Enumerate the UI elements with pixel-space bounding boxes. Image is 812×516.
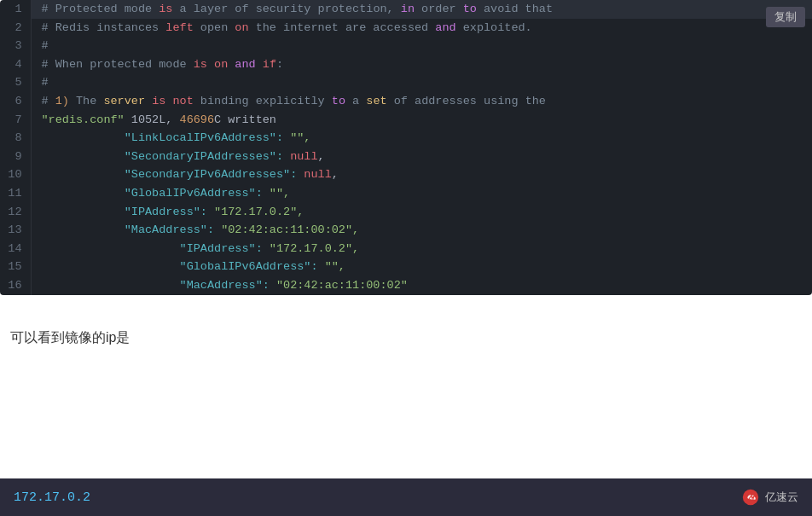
bottom-ip: 172.17.0.2: [14, 490, 90, 505]
brand-icon: [741, 488, 760, 507]
line-number: 14: [0, 240, 31, 258]
table-row: 8 "LinkLocalIPv6Address": "",: [0, 129, 812, 148]
line-content: "MacAddress": "02:42:ac:11:00:02": [31, 276, 812, 295]
code-table: 1# Protected mode is a layer of security…: [0, 0, 812, 295]
line-number: 12: [0, 203, 31, 222]
line-content: "IPAddress": "172.17.0.2",: [31, 203, 812, 222]
line-number: 6: [0, 92, 31, 111]
line-content: "GlobalIPv6Address": "",: [31, 184, 812, 203]
line-number: 8: [0, 129, 31, 148]
line-number: 3: [0, 37, 31, 55]
line-content: "GlobalIPv6Address": "",: [31, 258, 812, 276]
line-content: "redis.conf" 1052L, 46696C written: [31, 111, 812, 130]
line-number: 2: [0, 19, 31, 38]
table-row: 11 "GlobalIPv6Address": "",: [0, 184, 812, 203]
table-row: 6# 1) The server is not binding explicit…: [0, 92, 812, 111]
line-number: 9: [0, 148, 31, 166]
table-row: 7"redis.conf" 1052L, 46696C written: [0, 111, 812, 130]
line-content: # Protected mode is a layer of security …: [31, 0, 812, 19]
table-row: 9 "SecondaryIPAddresses": null,: [0, 148, 812, 166]
brand-area: 亿速云: [741, 488, 798, 507]
copy-button[interactable]: 复制: [766, 7, 805, 27]
line-content: "LinkLocalIPv6Address": "",: [31, 129, 812, 148]
prose-text: 可以看到镜像的ip是: [10, 330, 130, 345]
line-number: 11: [0, 184, 31, 203]
line-number: 5: [0, 73, 31, 92]
table-row: 2# Redis instances left open on the inte…: [0, 19, 812, 38]
table-row: 10 "SecondaryIPv6Addresses": null,: [0, 165, 812, 184]
line-content: #: [31, 37, 812, 55]
line-content: "SecondaryIPAddresses": null,: [31, 148, 812, 166]
brand-name: 亿速云: [765, 490, 798, 505]
line-content: # When protected mode is on and if:: [31, 55, 812, 74]
line-number: 7: [0, 111, 31, 130]
table-row: 3#: [0, 37, 812, 55]
line-number: 16: [0, 276, 31, 295]
line-number: 13: [0, 221, 31, 240]
table-row: 13 "MacAddress": "02:42:ac:11:00:02",: [0, 221, 812, 240]
prose-section: 可以看到镜像的ip是: [0, 295, 812, 364]
table-row: 4# When protected mode is on and if:: [0, 55, 812, 74]
line-content: # Redis instances left open on the inter…: [31, 19, 812, 38]
table-row: 15 "GlobalIPv6Address": "",: [0, 258, 812, 276]
table-row: 12 "IPAddress": "172.17.0.2",: [0, 203, 812, 222]
bottom-bar: 172.17.0.2 亿速云: [0, 478, 812, 516]
line-number: 10: [0, 165, 31, 184]
line-content: # 1) The server is not binding explicitl…: [31, 92, 812, 111]
line-content: "MacAddress": "02:42:ac:11:00:02",: [31, 221, 812, 240]
code-block: 复制 1# Protected mode is a layer of secur…: [0, 0, 812, 295]
line-number: 15: [0, 258, 31, 276]
line-content: "SecondaryIPv6Addresses": null,: [31, 165, 812, 184]
line-content: #: [31, 73, 812, 92]
table-row: 1# Protected mode is a layer of security…: [0, 0, 812, 19]
table-row: 14 "IPAddress": "172.17.0.2",: [0, 240, 812, 258]
line-number: 1: [0, 0, 31, 19]
table-row: 5#: [0, 73, 812, 92]
table-row: 16 "MacAddress": "02:42:ac:11:00:02": [0, 276, 812, 295]
line-content: "IPAddress": "172.17.0.2",: [31, 240, 812, 258]
line-number: 4: [0, 55, 31, 74]
